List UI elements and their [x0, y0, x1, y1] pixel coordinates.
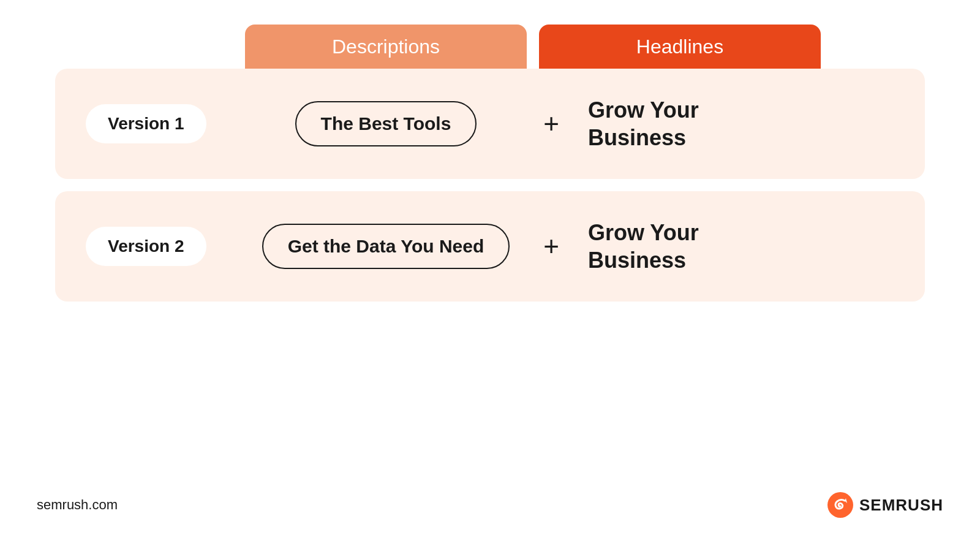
footer: semrush.com SEMRUSH [0, 480, 980, 535]
semrush-icon [827, 492, 853, 518]
version-1-label-wrap: Version 1 [86, 104, 245, 143]
main-content: Descriptions Headlines Version 1 The Bes… [0, 0, 980, 480]
version-1-label: Version 1 [86, 104, 206, 143]
footer-domain: semrush.com [37, 497, 118, 513]
semrush-logo: SEMRUSH [827, 492, 943, 518]
version-1-headline: Grow YourBusiness [588, 96, 699, 151]
version-2-label-wrap: Version 2 [86, 227, 245, 266]
version-2-label: Version 2 [86, 227, 206, 266]
version-2-description-cell: Get the Data You Need [245, 224, 527, 269]
version-2-row: Version 2 Get the Data You Need + Grow Y… [55, 191, 925, 302]
version-1-headline-cell: Grow YourBusiness [576, 96, 894, 151]
rows-container: Version 1 The Best Tools + Grow YourBusi… [55, 69, 925, 302]
svg-point-0 [827, 492, 853, 518]
col-header-headlines: Headlines [539, 25, 821, 69]
semrush-brand-name: SEMRUSH [859, 496, 943, 515]
version-1-description-pill: The Best Tools [295, 101, 477, 146]
headlines-label: Headlines [636, 36, 723, 58]
col-header-descriptions: Descriptions [245, 25, 527, 69]
version-2-plus: + [527, 231, 576, 262]
version-2-description-pill: Get the Data You Need [262, 224, 510, 269]
version-2-headline-cell: Grow YourBusiness [576, 219, 894, 274]
descriptions-label: Descriptions [332, 36, 440, 58]
version-2-headline: Grow YourBusiness [588, 219, 699, 274]
version-1-description-cell: The Best Tools [245, 101, 527, 146]
version-1-row: Version 1 The Best Tools + Grow YourBusi… [55, 69, 925, 179]
version-1-plus: + [527, 108, 576, 139]
header-row: Descriptions Headlines [55, 25, 925, 69]
